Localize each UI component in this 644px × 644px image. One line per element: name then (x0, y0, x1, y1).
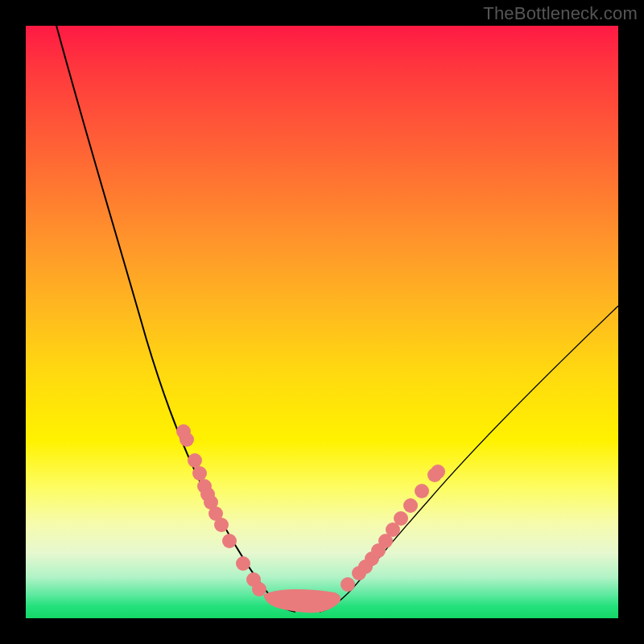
svg-point-12 (252, 582, 266, 597)
outer-frame: TheBottleneck.com (0, 0, 644, 644)
dots-right-arm (341, 464, 445, 592)
svg-point-21 (403, 498, 418, 513)
watermark-text: TheBottleneck.com (483, 3, 638, 24)
dots-left-arm (176, 424, 266, 597)
svg-point-22 (415, 484, 429, 498)
svg-point-9 (222, 534, 237, 548)
left-curve (50, 26, 295, 612)
svg-point-20 (394, 511, 408, 526)
svg-point-8 (214, 518, 229, 532)
svg-point-3 (192, 466, 207, 481)
plot-area (26, 26, 618, 618)
chart-svg (26, 26, 618, 618)
svg-point-24 (431, 464, 445, 479)
valley-blob (264, 589, 341, 613)
svg-point-1 (180, 432, 194, 447)
svg-point-13 (341, 577, 355, 592)
svg-point-10 (236, 556, 250, 571)
svg-point-2 (188, 453, 202, 468)
